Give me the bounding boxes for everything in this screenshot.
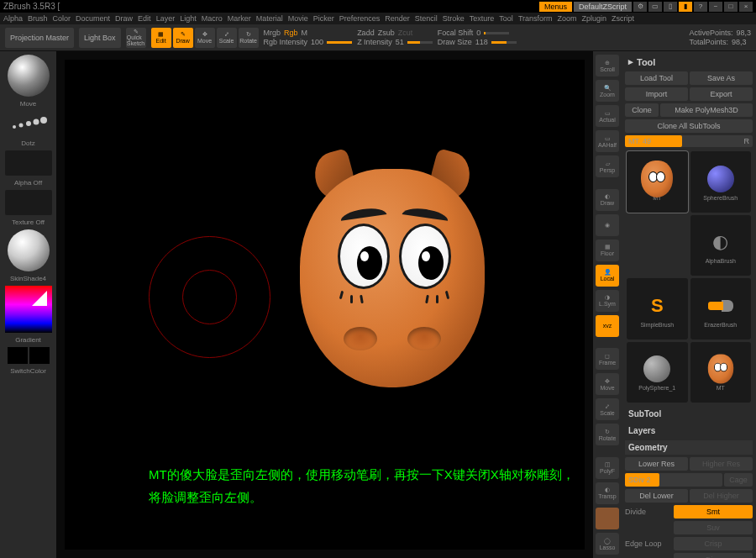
suv-toggle[interactable]: Suv	[674, 521, 753, 534]
stroke-dots-preview[interactable]	[8, 111, 50, 136]
layers-section[interactable]: Layers	[625, 424, 753, 438]
menu-texture[interactable]: Texture	[470, 14, 495, 23]
menu-draw[interactable]: Draw	[115, 14, 133, 23]
menu-transform[interactable]: Transform	[518, 14, 553, 23]
menu-material[interactable]: Material	[256, 14, 283, 23]
minimize-icon[interactable]: −	[709, 2, 722, 12]
tool-slider[interactable]: MT. 49 R	[625, 135, 753, 147]
lightbox-button[interactable]: Light Box	[79, 28, 121, 48]
edge-loop-button[interactable]: Edge Loop	[625, 540, 672, 548]
scale-cam-button[interactable]: ⤢Scale	[596, 398, 619, 420]
frame-button[interactable]: ◻Frame	[596, 348, 619, 370]
layout-c-icon[interactable]: ▮	[679, 2, 692, 12]
menu-zscript[interactable]: Zscript	[612, 14, 634, 23]
menu-marker[interactable]: Marker	[228, 14, 251, 23]
draw-size-value[interactable]: 118	[475, 38, 488, 46]
menu-layer[interactable]: Layer	[156, 14, 176, 23]
menu-preferences[interactable]: Preferences	[339, 14, 381, 23]
make-polymesh-button[interactable]: Make PolyMesh3D	[660, 103, 753, 117]
divide-button[interactable]: Divide	[625, 508, 672, 516]
switch-color-button[interactable]: SwitchColor	[10, 367, 46, 375]
clone-all-subtools-button[interactable]: Clone All SubTools	[625, 119, 753, 133]
menu-stencil[interactable]: Stencil	[415, 14, 438, 23]
menu-zoom[interactable]: Zoom	[558, 14, 577, 23]
projection-master-button[interactable]: Projection Master	[5, 28, 74, 48]
menu-movie[interactable]: Movie	[288, 14, 308, 23]
mrgb-toggle[interactable]: Mrgb	[264, 29, 281, 37]
layout-b-icon[interactable]: ▯	[664, 2, 677, 12]
del-higher-button[interactable]: Del Higher	[690, 489, 753, 503]
help-icon[interactable]: ?	[694, 2, 707, 12]
higher-res-button[interactable]: Higher Res	[690, 457, 753, 471]
tool-thumb-spherebrush[interactable]: SphereBrush	[690, 151, 752, 213]
color-swatches[interactable]	[8, 347, 50, 364]
save-as-button[interactable]: Save As	[690, 71, 753, 85]
z-intensity-value[interactable]: 51	[396, 38, 404, 46]
actual-button[interactable]: ▭Actual	[596, 105, 619, 127]
cage-button[interactable]: Cage	[724, 473, 753, 487]
material-preview-sphere[interactable]	[8, 229, 50, 271]
menu-alpha[interactable]: Alpha	[3, 14, 23, 23]
brush-preview-sphere[interactable]	[8, 55, 50, 97]
export-button[interactable]: Export	[690, 87, 753, 101]
rgb-toggle[interactable]: Rgb	[284, 29, 298, 37]
zsub-toggle[interactable]: Zsub	[378, 29, 395, 37]
rgb-intensity-value[interactable]: 100	[311, 38, 323, 46]
menu-zplugin[interactable]: Zplugin	[582, 14, 607, 23]
transp-button[interactable]: ◐Transp	[596, 482, 619, 504]
tool-thumb-mt2[interactable]: MT	[690, 342, 752, 403]
polyf-button[interactable]: ◫PolyF	[596, 457, 619, 479]
model-viewport[interactable]	[283, 135, 501, 387]
maximize-icon[interactable]: □	[724, 2, 738, 12]
tool-thumb-polysphere[interactable]: PolySphere_1	[627, 342, 688, 403]
menu-tool[interactable]: Tool	[499, 14, 513, 23]
edit-button[interactable]: ▦Edit	[151, 28, 171, 48]
default-script[interactable]: DefaultZScript	[574, 2, 632, 12]
del-lower-button[interactable]: Del Lower	[625, 489, 688, 503]
alpha-slot[interactable]	[5, 150, 52, 176]
draw-size-slider[interactable]	[491, 41, 517, 44]
int-button[interactable]: ◉	[596, 214, 619, 236]
close-icon[interactable]: ×	[739, 2, 753, 12]
scale-button[interactable]: ⤢Scale	[217, 28, 237, 48]
move-button[interactable]: ✥Move	[195, 28, 215, 48]
rotate-cam-button[interactable]: ↻Rotate	[596, 424, 619, 445]
aahalf-button[interactable]: ▭AAHalf	[596, 130, 619, 152]
load-tool-button[interactable]: Load Tool	[625, 71, 688, 85]
rotate-button[interactable]: ↻Rotate	[239, 28, 259, 48]
z-intensity-slider[interactable]	[407, 41, 433, 44]
menu-edit[interactable]: Edit	[138, 14, 151, 23]
prefs-icon[interactable]: ⚙	[633, 2, 647, 12]
sdiv-slider[interactable]: SDiv 2	[625, 473, 722, 487]
persp-button[interactable]: ▱Persp	[596, 155, 619, 177]
floor-button[interactable]: ▦Floor	[596, 240, 619, 261]
geometry-section[interactable]: Geometry	[625, 440, 753, 455]
texture-slot[interactable]	[5, 190, 52, 215]
lasso-button[interactable]: ◯Lasso	[596, 533, 619, 555]
zcut-toggle[interactable]: Zcut	[398, 29, 413, 37]
menus-toggle[interactable]: Menus	[539, 2, 572, 12]
color-picker[interactable]	[5, 286, 52, 333]
menu-light[interactable]: Light	[180, 14, 197, 23]
menu-render[interactable]: Render	[385, 14, 410, 23]
menu-stroke[interactable]: Stroke	[443, 14, 465, 23]
tool-thumb-simplebrush[interactable]: SSimpleBrush	[627, 278, 688, 340]
material-side-button[interactable]	[596, 508, 619, 529]
lower-res-button[interactable]: Lower Res	[625, 457, 688, 471]
tool-thum︀b-alphabrush[interactable]: ◐AlphaBrush	[690, 215, 752, 276]
menu-brush[interactable]: Brush	[28, 14, 48, 23]
gradient-label[interactable]: Gradient	[15, 336, 41, 344]
layout-a-icon[interactable]: ▭	[648, 2, 662, 12]
menu-macro[interactable]: Macro	[202, 14, 223, 23]
rgb-intensity-slider[interactable]	[327, 41, 352, 44]
clone-button[interactable]: Clone	[625, 103, 659, 117]
menu-document[interactable]: Document	[76, 14, 110, 23]
menu-picker[interactable]: Picker	[313, 14, 334, 23]
smt-toggle[interactable]: Smt	[674, 505, 753, 519]
xyz-button[interactable]: xvz	[596, 315, 619, 337]
menu-color[interactable]: Color	[53, 14, 71, 23]
quicksketch-button[interactable]: ✎Quick Sketch	[126, 28, 146, 48]
focal-shift-value[interactable]: 0	[476, 29, 480, 37]
draw-button[interactable]: ✎Draw	[173, 28, 193, 48]
draw-mode-button[interactable]: ◐Draw	[596, 189, 619, 211]
